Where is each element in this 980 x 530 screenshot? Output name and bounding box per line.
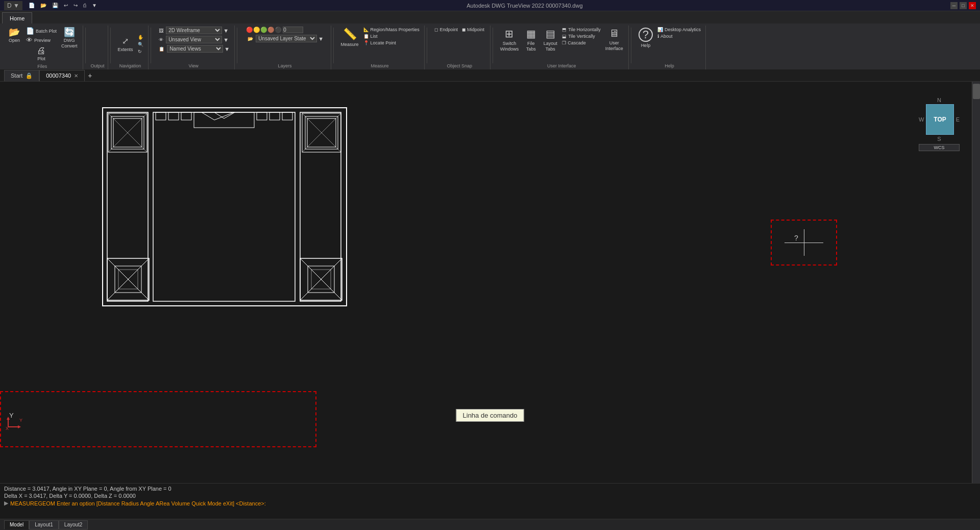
tab-close-btn[interactable]: ✕ [74, 73, 78, 79]
endpoint-button[interactable]: ◻ Endpoint [433, 27, 459, 33]
view-name-dropdown-arrow: ▼ [223, 37, 229, 43]
navigation-group-label: Navigation [119, 63, 141, 68]
output-group-label: Output [91, 63, 105, 68]
measure-icon: 📏 [343, 28, 357, 41]
svg-rect-31 [156, 112, 166, 120]
view-style-icon: 🖼 [159, 28, 163, 33]
wcs-label[interactable]: WCS [919, 144, 960, 151]
window-title: Autodesk DWG TrueView 2022 00007340.dwg [99, 3, 950, 9]
compass-w: W [919, 116, 924, 123]
right-scrollbar[interactable] [972, 82, 980, 483]
locate-point-icon: 📍 [363, 40, 369, 45]
new-tab-button[interactable]: + [85, 70, 95, 81]
files-group-label: Files [37, 64, 47, 69]
named-views-dropdown[interactable]: Named Views [167, 45, 223, 53]
cascade-button[interactable]: ❐ Cascade [560, 40, 587, 46]
user-interface-button[interactable]: 🖥 UserInterface [603, 27, 625, 53]
main-area: ? N W TOP E S WCS Y X [0, 82, 980, 483]
qa-redo[interactable]: ↪ [71, 2, 80, 9]
qa-open[interactable]: 📂 [38, 2, 48, 9]
batch-plot-button[interactable]: 📄 Batch Plot [24, 27, 58, 35]
measure-button[interactable]: 📏 Measure [339, 27, 361, 49]
qa-undo[interactable]: ↩ [62, 2, 70, 9]
list-button[interactable]: 📋 List [362, 33, 379, 39]
compass-n: N [919, 97, 960, 103]
layout-tabs-button[interactable]: ▤ LayoutTabs [541, 27, 559, 53]
command-area: Distance = 3.0417, Angle in XY Plane = 0… [0, 483, 980, 519]
help-button[interactable]: ? Help [636, 27, 655, 50]
open-icon: 📂 [9, 28, 20, 37]
pan-button[interactable]: ✋ [136, 34, 145, 40]
plot-button[interactable]: 🖨 Plot [24, 45, 58, 63]
midpoint-button[interactable]: ◼ Midpoint [460, 27, 486, 33]
ribbon-group-view: 🖼 2D Wireframe ▼ 👁 Unsaved View ▼ 📋 [153, 26, 235, 69]
desktop-analytics-button[interactable]: 📊 Desktop Analytics [656, 27, 702, 33]
tab-home[interactable]: Home [2, 12, 32, 23]
qa-save[interactable]: 💾 [50, 2, 60, 9]
doc-tab-00007340[interactable]: 00007340 ✕ [39, 70, 85, 81]
zoom-in-button[interactable]: 🔍 [136, 41, 145, 47]
cmd-selection-box [0, 391, 316, 447]
tile-h-icon: ⬒ [562, 27, 567, 32]
midpoint-icon: ◼ [462, 27, 465, 32]
viewcube-top[interactable]: TOP [926, 104, 953, 135]
preview-button[interactable]: 👁 Preview [24, 36, 58, 44]
extents-icon: ⤢ [122, 36, 129, 46]
orbit-button[interactable]: ↻ [136, 49, 145, 55]
layout-tabs-bar: Model Layout1 Layout2 [0, 519, 980, 530]
preview-icon: 👁 [26, 36, 33, 44]
tile-vertically-button[interactable]: ⬓ Tile Vertically [560, 33, 597, 39]
view-name-icon-btn[interactable]: 👁 [157, 37, 165, 43]
layout1-tab[interactable]: Layout1 [29, 520, 59, 529]
qa-print[interactable]: ⎙ [81, 2, 88, 9]
region-mass-button[interactable]: 📐 Region/Mass Properties [362, 27, 421, 33]
file-tabs-button[interactable]: ▦ FileTabs [522, 27, 540, 53]
layer-state-dropdown[interactable]: Unsaved Layer State [256, 35, 317, 42]
layer-state-icon-btn[interactable]: 📂 [246, 36, 255, 42]
switch-windows-icon: ⊞ [505, 28, 513, 40]
close-btn[interactable]: ✕ [969, 2, 976, 9]
layout2-tab[interactable]: Layout2 [59, 520, 88, 529]
open-button[interactable]: 📂 Open [5, 27, 23, 44]
app-menu-btn[interactable]: D ▼ [4, 1, 22, 10]
layer-number-input[interactable] [283, 27, 303, 33]
objectsnap-group-label: Object Snap [447, 63, 472, 68]
dwg-convert-button[interactable]: 🔄 DWGConvert [59, 27, 80, 50]
sep2 [110, 28, 111, 63]
tile-v-icon: ⬓ [562, 34, 567, 39]
nav-cube[interactable]: N W TOP E S WCS [919, 97, 960, 158]
switch-windows-button[interactable]: ⊞ SwitchWindows [498, 27, 521, 53]
canvas-area[interactable]: ? N W TOP E S WCS Y X [0, 82, 980, 483]
minimize-btn[interactable]: ─ [950, 2, 958, 9]
svg-rect-36 [282, 112, 292, 120]
file-tabs-icon: ▦ [526, 28, 536, 40]
view-group-label: View [188, 63, 198, 68]
question-mark-label: ? [794, 234, 798, 242]
view-style-icons[interactable]: 🖼 [157, 28, 165, 34]
ribbon-group-output: Output [88, 26, 108, 69]
extents-button[interactable]: ⤢ Extents [116, 35, 135, 54]
crosshair-v [804, 229, 804, 256]
layers-group-label: Layers [278, 63, 292, 68]
locate-point-button[interactable]: 📍 Locate Point [362, 40, 398, 46]
ribbon-group-layers: 🔴🟡🟢🟤⚫ 📂 Unsaved Layer State ▼ Layers [239, 26, 331, 69]
model-tab[interactable]: Model [4, 520, 29, 529]
maximize-btn[interactable]: □ [960, 2, 967, 9]
titlebar: D ▼ 📄 📂 💾 ↩ ↪ ⎙ ▼ Autodesk DWG TrueView … [0, 0, 980, 11]
ribbon: 📂 Open 📄 Batch Plot 👁 Preview 🖨 Plot [0, 23, 980, 69]
qa-dropdown[interactable]: ▼ [90, 2, 99, 9]
doc-tab-start[interactable]: Start 🔒 [4, 70, 39, 81]
layer-state-dropdown-arrow: ▼ [318, 36, 324, 42]
qa-new[interactable]: 📄 [27, 2, 37, 9]
tile-horizontally-button[interactable]: ⬒ Tile Horizontally [560, 27, 602, 33]
view-style-dropdown[interactable]: 2D Wireframe [166, 27, 222, 34]
ucs-icon: X Y [4, 416, 24, 432]
about-button[interactable]: ℹ About [656, 33, 674, 39]
sep6 [427, 28, 427, 63]
named-views-icon-btn[interactable]: 📋 [157, 46, 166, 52]
view-name-dropdown[interactable]: Unsaved View [166, 36, 222, 43]
zoom-in-icon: 🔍 [138, 42, 143, 47]
command-input[interactable] [268, 500, 976, 507]
scrollbar-thumb[interactable] [973, 84, 980, 99]
compass-e: E [956, 116, 960, 123]
